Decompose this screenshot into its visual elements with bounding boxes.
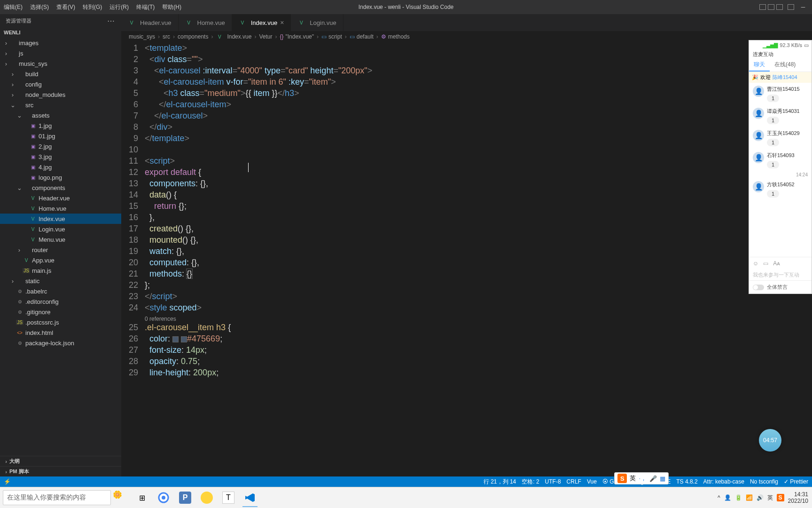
status-bolt-icon[interactable]: ⚡ xyxy=(4,478,11,485)
tab-Login-vue[interactable]: VLogin.vue xyxy=(291,14,343,31)
tab-Home-vue[interactable]: VHome.vue xyxy=(179,14,232,31)
tree-item-package-lock-json[interactable]: ⚙package-lock.json xyxy=(0,338,121,348)
tree-item-images[interactable]: ›images xyxy=(0,38,121,48)
tray-up-icon[interactable]: ^ xyxy=(718,494,720,501)
close-icon[interactable]: × xyxy=(280,19,284,26)
status-item-2[interactable]: UTF-8 xyxy=(545,478,561,485)
tree-item-4-jpg[interactable]: ▣4.jpg xyxy=(0,162,121,172)
tree-item--babelrc[interactable]: ⚙.babelrc xyxy=(0,286,121,296)
ime-punct[interactable]: ·， xyxy=(639,474,647,483)
crumb-2[interactable]: components xyxy=(178,33,208,40)
tree-item-3-jpg[interactable]: ▣3.jpg xyxy=(0,151,121,162)
tree-item-src[interactable]: ⌄src xyxy=(0,100,121,110)
crumb-7[interactable]: ▭ default xyxy=(350,33,374,40)
status-item-9[interactable]: No tsconfig xyxy=(750,478,778,485)
tree-item-main-js[interactable]: JSmain.js xyxy=(0,265,121,276)
crumb-5[interactable]: {} "Index.vue" xyxy=(280,33,314,40)
crumb-4[interactable]: Vetur xyxy=(259,33,272,40)
welcome-user-link[interactable]: 陈峰15404 xyxy=(773,74,797,81)
status-item-0[interactable]: 行 21，列 14 xyxy=(484,478,516,486)
vscode-icon[interactable] xyxy=(241,488,259,507)
bookmark-icon[interactable]: ▭ xyxy=(804,42,809,48)
tray-battery-icon[interactable]: 🔋 xyxy=(735,494,742,501)
menu-help[interactable]: 帮助(H) xyxy=(158,3,185,11)
ime-bar[interactable]: S 英 ·， 🎤 ▦ xyxy=(614,472,669,484)
tree-item-Index-vue[interactable]: VIndex.vue xyxy=(0,214,121,224)
cortana-icon[interactable]: 🌼 xyxy=(113,490,128,505)
tree-item-node_modules[interactable]: ›node_modules xyxy=(0,89,121,100)
ime-menu-icon[interactable]: ▦ xyxy=(660,475,665,482)
status-item-10[interactable]: ✓ Prettier xyxy=(784,478,808,485)
npm-scripts-section[interactable]: ›PM 脚本 xyxy=(0,466,121,476)
task-view-icon[interactable]: ⊞ xyxy=(133,488,151,507)
taskbar-search[interactable]: 在这里输入你要搜索的内容 xyxy=(3,490,111,505)
tab-Index-vue[interactable]: VIndex.vue× xyxy=(232,14,291,31)
menu-view[interactable]: 查看(V) xyxy=(53,3,79,11)
tree-item-music_sys[interactable]: ›music_sys xyxy=(0,58,121,69)
tree-item-Login-vue[interactable]: VLogin.vue xyxy=(0,224,121,234)
tray-volume-icon[interactable]: 🔊 xyxy=(757,494,764,501)
menu-terminal[interactable]: 终端(T) xyxy=(133,3,158,11)
tree-item-App-vue[interactable]: VApp.vue xyxy=(0,255,121,265)
breadcrumbs[interactable]: music_sys›src›components›VIndex.vue›Vetu… xyxy=(121,31,812,42)
tree-item--editorconfig[interactable]: ⚙.editorconfig xyxy=(0,296,121,307)
layout-icon-2[interactable] xyxy=(788,4,794,10)
tree-item-logo-png[interactable]: ▣logo.png xyxy=(0,172,121,183)
tab-Header-vue[interactable]: VHeader.vue xyxy=(121,14,179,31)
tree-item-Menu-vue[interactable]: VMenu.vue xyxy=(0,234,121,245)
more-icon[interactable]: ⋯ xyxy=(107,16,116,25)
ime-mic-icon[interactable]: 🎤 xyxy=(649,475,657,482)
timer-bubble[interactable]: 04:57 xyxy=(759,429,781,452)
tree-item-01-jpg[interactable]: ▣01.jpg xyxy=(0,131,121,141)
tree-item-assets[interactable]: ⌄assets xyxy=(0,110,121,120)
tree-item-2-jpg[interactable]: ▣2.jpg xyxy=(0,141,121,151)
emoji-icon[interactable]: ☺ xyxy=(753,260,758,267)
chat-input[interactable]: 我也来参与一下互动 xyxy=(749,270,812,280)
minimize-icon[interactable]: ─ xyxy=(799,4,807,10)
tray-ime-icon[interactable]: 英 xyxy=(767,494,773,502)
tree-item-Header-vue[interactable]: VHeader.vue xyxy=(0,193,121,203)
menu-goto[interactable]: 转到(G) xyxy=(79,3,106,11)
tree-item-Home-vue[interactable]: VHome.vue xyxy=(0,203,121,214)
mute-toggle[interactable] xyxy=(753,285,764,290)
project-name[interactable]: WENLI xyxy=(0,27,121,38)
tree-item-static[interactable]: ›static xyxy=(0,276,121,286)
tree-item--postcssrc-js[interactable]: JS.postcssrc.js xyxy=(0,317,121,327)
tree-item-build[interactable]: ›build xyxy=(0,69,121,79)
crumb-3[interactable]: VIndex.vue xyxy=(216,33,251,40)
status-item-3[interactable]: CRLF xyxy=(567,478,581,485)
chat-tab-chat[interactable]: 聊天 xyxy=(749,59,770,71)
taskbar-clock[interactable]: 14:31 2022/10 xyxy=(788,491,808,504)
tree-item-index-html[interactable]: <>index.html xyxy=(0,327,121,338)
crumb-8[interactable]: ⚙ methods xyxy=(381,33,410,40)
menu-run[interactable]: 运行(R) xyxy=(106,3,133,11)
tree-item-components[interactable]: ⌄components xyxy=(0,183,121,193)
code-editor[interactable]: 1234567891011121314151617181920212223242… xyxy=(121,42,812,476)
menu-select[interactable]: 选择(S) xyxy=(26,3,53,11)
chrome-icon[interactable] xyxy=(154,488,173,507)
image-icon[interactable]: ▭ xyxy=(763,260,768,267)
status-item-4[interactable]: Vue xyxy=(587,478,597,485)
tree-item-router[interactable]: ›router xyxy=(0,245,121,255)
status-item-8[interactable]: Attr: kebab-case xyxy=(703,478,744,485)
font-icon[interactable]: Aᴀ xyxy=(773,260,780,267)
crumb-1[interactable]: src xyxy=(163,33,170,40)
text-app-icon[interactable]: T xyxy=(219,488,238,507)
chat-tab-online[interactable]: 在线(48) xyxy=(770,59,800,71)
status-item-1[interactable]: 空格: 2 xyxy=(522,478,539,486)
layout-icons[interactable] xyxy=(759,4,783,10)
tree-item-js[interactable]: ›js xyxy=(0,48,121,58)
tray-wifi-icon[interactable]: 📶 xyxy=(746,494,753,501)
tree-item-1-jpg[interactable]: ▣1.jpg xyxy=(0,120,121,131)
ime-lang[interactable]: 英 xyxy=(630,474,636,483)
outline-section[interactable]: ›大纲 xyxy=(0,456,121,466)
status-item-7[interactable]: TS 4.8.2 xyxy=(676,478,697,485)
crumb-6[interactable]: ▭ script xyxy=(321,33,342,40)
tray-people-icon[interactable]: 👤 xyxy=(724,494,731,501)
tray-sogou-icon[interactable]: S xyxy=(777,494,784,501)
tree-item-config[interactable]: ›config xyxy=(0,79,121,89)
app-p-icon[interactable]: P xyxy=(176,488,195,507)
menu-edit[interactable]: 编辑(E) xyxy=(0,3,26,11)
crumb-0[interactable]: music_sys xyxy=(129,33,155,40)
tree-item--gitignore[interactable]: ⚙.gitignore xyxy=(0,307,121,317)
